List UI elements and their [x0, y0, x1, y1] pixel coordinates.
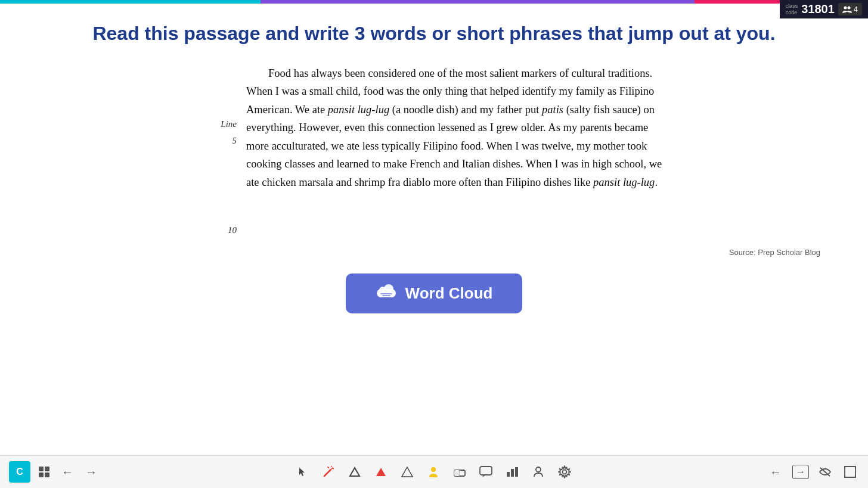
page-title: Read this passage and write 3 words or s… [92, 21, 775, 46]
passage-text: Food has always been considered one of t… [246, 64, 666, 192]
svg-line-17 [328, 467, 329, 468]
svg-rect-24 [507, 472, 510, 477]
next-slide-button[interactable]: → [792, 465, 809, 479]
svg-point-19 [431, 467, 436, 472]
chat-icon [479, 466, 492, 478]
cloud-svg [376, 283, 397, 300]
toolbar-left: C ← → [9, 461, 101, 483]
fullscreen-icon [844, 466, 856, 478]
line-10: 10 [202, 225, 237, 243]
svg-rect-11 [45, 473, 49, 477]
main-content: Read this passage and write 3 words or s… [0, 4, 868, 455]
svg-line-16 [333, 468, 334, 469]
cursor-tool-button[interactable] [293, 463, 311, 481]
line-label: Line [202, 118, 237, 136]
svg-point-14 [330, 470, 331, 471]
chat-bubble-button[interactable] [477, 463, 495, 481]
svg-rect-22 [454, 470, 460, 476]
triangle-outline-icon [349, 467, 361, 477]
logo-letter: C [16, 467, 23, 477]
grid-view-button[interactable] [35, 463, 53, 481]
settings-button[interactable] [556, 463, 574, 481]
gear-icon [558, 465, 571, 478]
eraser-icon [454, 467, 466, 477]
toolbar-right: ← → [766, 463, 859, 481]
svg-rect-8 [39, 467, 44, 471]
nav-forward-button[interactable]: → [82, 463, 101, 481]
triangle-thin-button[interactable] [398, 463, 416, 481]
passage-wrapper: Line 5 10 Food has always been considere… [202, 64, 666, 243]
svg-rect-5 [378, 292, 395, 297]
svg-rect-10 [39, 473, 44, 477]
word-cloud-label: Word Cloud [405, 284, 493, 303]
svg-point-28 [563, 470, 567, 474]
svg-rect-25 [511, 469, 514, 477]
word-cloud-button[interactable]: Word Cloud [346, 273, 523, 313]
bar-chart-icon [506, 466, 519, 478]
passage-paragraph: Food has always been considered one of t… [246, 64, 666, 192]
triangle-outline-button[interactable] [346, 463, 364, 481]
triangle-filled-button[interactable] [372, 463, 390, 481]
magic-wand-button[interactable] [320, 463, 337, 481]
person-highlight-icon [427, 466, 440, 478]
nav-back-button[interactable]: ← [58, 463, 77, 481]
person-icon [532, 466, 544, 478]
wand-icon [323, 466, 334, 478]
line-5: 5 [202, 136, 237, 154]
fullscreen-button[interactable] [841, 463, 859, 481]
svg-rect-23 [480, 467, 492, 475]
svg-point-27 [536, 467, 541, 472]
eye-slash-icon [819, 467, 832, 477]
triangle-filled-icon [375, 467, 387, 477]
svg-point-18 [327, 467, 328, 468]
svg-rect-30 [845, 467, 855, 477]
hide-button[interactable] [816, 463, 834, 481]
person-highlight-button[interactable] [424, 463, 442, 481]
classkit-logo[interactable]: C [9, 461, 30, 483]
word-cloud-icon [376, 283, 397, 304]
svg-rect-26 [515, 467, 518, 477]
toolbar-center [101, 463, 766, 481]
cursor-icon [298, 467, 306, 477]
svg-line-12 [324, 470, 330, 476]
bottom-toolbar: C ← → [0, 455, 868, 488]
person-button[interactable] [529, 463, 547, 481]
svg-rect-9 [45, 467, 49, 471]
source-citation: Source: Prep Scholar Blog [355, 248, 820, 257]
bar-chart-button[interactable] [503, 463, 521, 481]
eraser-button[interactable] [451, 463, 469, 481]
grid-icon-svg [38, 466, 50, 478]
line-numbers: Line 5 10 [202, 64, 246, 243]
prev-slide-button[interactable]: ← [766, 463, 785, 481]
triangle-thin-icon [401, 467, 413, 477]
